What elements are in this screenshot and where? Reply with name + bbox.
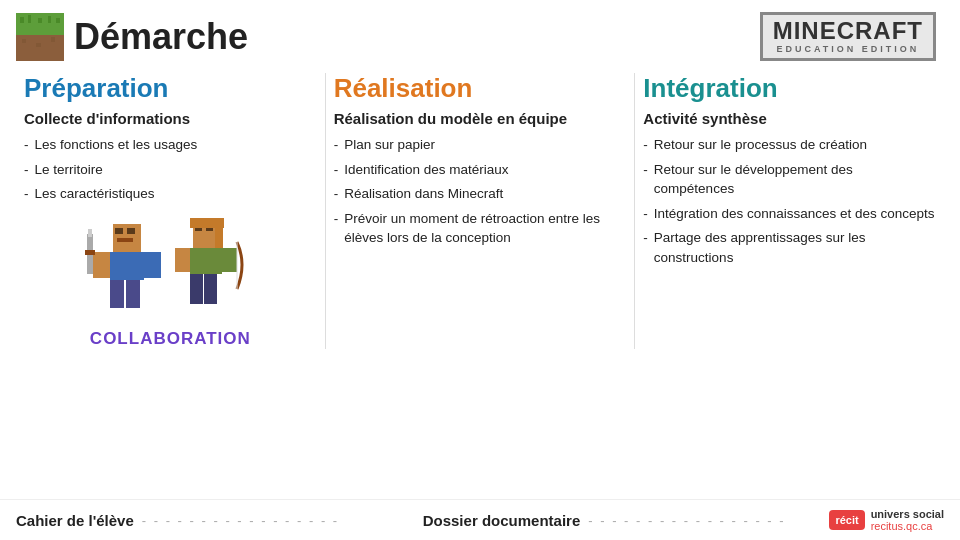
recit-line2: recitus.qc.ca: [871, 520, 944, 532]
dash-icon: -: [24, 184, 29, 204]
svg-rect-5: [48, 16, 51, 23]
dash-icon: -: [24, 135, 29, 155]
list-item-text: Intégration des connaissances et des con…: [654, 204, 935, 224]
recit-line1: univers social: [871, 508, 944, 520]
list-item-text: Retour sur le processus de création: [654, 135, 867, 155]
svg-rect-20: [85, 250, 95, 255]
col-integration: Intégration Activité synthèse - Retour s…: [635, 73, 944, 349]
svg-rect-14: [110, 252, 144, 280]
footer-label2: Dossier documentaire: [423, 512, 581, 529]
minecraft-logo-box: MINECRAFT EDUCATION EDITION: [760, 12, 936, 61]
list-item: - Retour sur le développement des compét…: [643, 160, 936, 199]
footer-item-cahier: Cahier de l'élève - - - - - - - - - - - …: [16, 512, 423, 529]
dash-icon: -: [643, 135, 648, 155]
list-item: - Prévoir un moment de rétroaction entre…: [334, 209, 627, 248]
minecraft-logo-text: MINECRAFT: [773, 19, 923, 43]
svg-rect-12: [127, 228, 135, 234]
svg-rect-13: [117, 238, 133, 242]
footer-label1: Cahier de l'élève: [16, 512, 134, 529]
list-item-text: Retour sur le développement des compéten…: [654, 160, 936, 199]
footer-item-dossier: Dossier documentaire - - - - - - - - - -…: [423, 512, 830, 529]
footer: Cahier de l'élève - - - - - - - - - - - …: [0, 499, 960, 540]
svg-rect-4: [38, 18, 42, 23]
svg-rect-26: [215, 224, 223, 248]
list-item: - Partage des apprentissages sur les con…: [643, 228, 936, 267]
dash-icon: -: [643, 204, 648, 224]
svg-rect-11: [115, 228, 123, 234]
svg-rect-7: [22, 39, 26, 43]
recit-logo: récit univers social recitus.qc.ca: [829, 508, 944, 532]
dash-icon: -: [334, 184, 339, 204]
minecraft-logo-sub: EDUCATION EDITION: [773, 44, 923, 54]
col3-list: - Retour sur le processus de création - …: [643, 135, 936, 267]
list-item: - Les fonctions et les usages: [24, 135, 317, 155]
list-item-text: Réalisation dans Minecraft: [344, 184, 503, 204]
recit-badge: récit: [829, 510, 864, 530]
col3-title: Intégration: [643, 73, 936, 104]
col-realisation: Réalisation Réalisation du modèle en équ…: [326, 73, 636, 349]
col2-title: Réalisation: [334, 73, 627, 104]
header-left: Démarche: [16, 13, 248, 61]
dash-icon: -: [334, 160, 339, 180]
list-item: - Réalisation dans Minecraft: [334, 184, 627, 204]
list-item-text: Les fonctions et les usages: [35, 135, 198, 155]
svg-rect-3: [28, 15, 31, 23]
page: Démarche MINECRAFT EDUCATION EDITION Pré…: [0, 0, 960, 540]
list-item-text: Les caractéristiques: [35, 184, 155, 204]
svg-rect-2: [20, 17, 24, 23]
col1-list: - Les fonctions et les usages - Le terri…: [24, 135, 317, 204]
minecraft-characters: [85, 214, 255, 329]
svg-rect-1: [16, 13, 64, 35]
columns: Préparation Collecte d'informations - Le…: [0, 73, 960, 349]
list-item-text: Partage des apprentissages sur les const…: [654, 228, 936, 267]
header: Démarche MINECRAFT EDUCATION EDITION: [0, 0, 960, 69]
svg-rect-8: [36, 43, 41, 47]
list-item-text: Plan sur papier: [344, 135, 435, 155]
dash-icon: -: [334, 135, 339, 155]
col2-list: - Plan sur papier - Identification des m…: [334, 135, 627, 248]
list-item: - Intégration des connaissances et des c…: [643, 204, 936, 224]
list-item-text: Prévoir un moment de rétroaction entre l…: [344, 209, 626, 248]
svg-rect-9: [51, 37, 55, 42]
svg-rect-27: [190, 248, 222, 274]
grass-block-icon: [16, 13, 64, 61]
footer-dashes1: - - - - - - - - - - - - - - - - -: [142, 513, 423, 528]
col2-subtitle: Réalisation du modèle en équipe: [334, 110, 627, 127]
svg-rect-17: [110, 280, 124, 308]
list-item-text: Le territoire: [35, 160, 103, 180]
list-item: - Les caractéristiques: [24, 184, 317, 204]
svg-rect-29: [222, 248, 237, 272]
list-item: - Identification des matériaux: [334, 160, 627, 180]
col1-subtitle: Collecte d'informations: [24, 110, 317, 127]
col3-subtitle: Activité synthèse: [643, 110, 936, 127]
collaboration-area: COLLABORATION: [24, 214, 317, 349]
svg-rect-6: [56, 18, 60, 23]
dash-icon: -: [643, 160, 648, 180]
svg-rect-18: [126, 280, 140, 308]
dash-icon: -: [643, 228, 648, 248]
svg-rect-21: [88, 229, 92, 237]
minecraft-logo: MINECRAFT EDUCATION EDITION: [760, 12, 936, 61]
svg-rect-31: [204, 274, 217, 304]
col-preparation: Préparation Collecte d'informations - Le…: [16, 73, 326, 349]
col1-title: Préparation: [24, 73, 317, 104]
list-item: - Retour sur le processus de création: [643, 135, 936, 155]
list-item: - Le territoire: [24, 160, 317, 180]
page-title: Démarche: [74, 16, 248, 58]
list-item-text: Identification des matériaux: [344, 160, 508, 180]
list-item: - Plan sur papier: [334, 135, 627, 155]
svg-rect-28: [175, 248, 190, 272]
dash-icon: -: [334, 209, 339, 229]
dash-icon: -: [24, 160, 29, 180]
collaboration-label: COLLABORATION: [90, 329, 251, 349]
recit-info: univers social recitus.qc.ca: [871, 508, 944, 532]
svg-rect-15: [93, 252, 110, 278]
footer-dashes2: - - - - - - - - - - - - - - - - -: [588, 513, 829, 528]
svg-rect-30: [190, 274, 203, 304]
svg-rect-16: [144, 252, 161, 278]
